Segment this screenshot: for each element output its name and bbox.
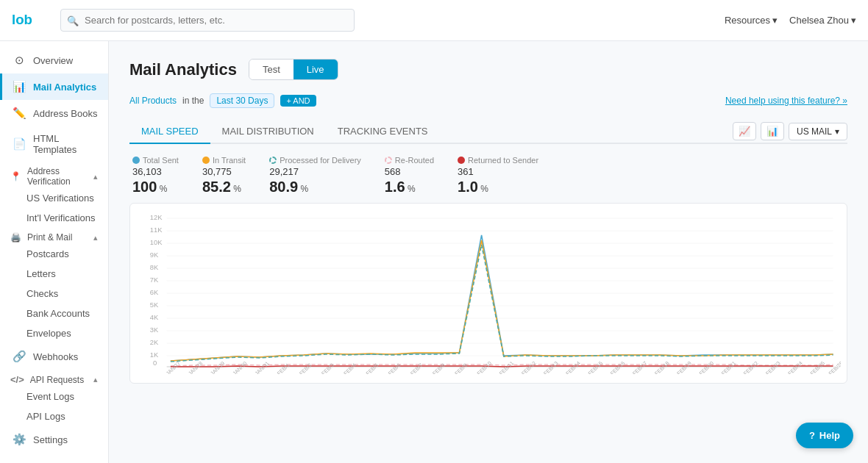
chart-icon: 📊 [13, 80, 26, 93]
returned-sender-count: 361 [458, 166, 538, 177]
svg-text:FEB/11: FEB/11 [498, 360, 515, 374]
lob-logo[interactable]: lob [12, 9, 49, 32]
layout: ⊙ Overview 📊 Mail Analytics ✏️ Address B… [0, 41, 868, 463]
svg-text:JAN/31: JAN/31 [254, 361, 271, 374]
tab-mail-speed[interactable]: MAIL SPEED [129, 120, 210, 144]
sidebar-item-mail-analytics[interactable]: 📊 Mail Analytics [0, 73, 108, 100]
svg-text:FEB/15: FEB/15 [587, 360, 604, 374]
resources-button[interactable]: Resources ▾ [725, 15, 778, 26]
svg-text:JAN/28: JAN/28 [188, 361, 204, 374]
date-range-filter[interactable]: Last 30 Days [210, 93, 274, 108]
svg-text:0: 0 [153, 359, 157, 367]
sidebar-item-address-books[interactable]: ✏️ Address Books [0, 100, 108, 126]
svg-text:10K: 10K [150, 239, 163, 246]
stat-re-routed: Re-Routed 568 1.6 % [385, 156, 434, 195]
sidebar-item-api-requests[interactable]: </> API Requests ▴ [0, 370, 108, 387]
test-toggle-button[interactable]: Test [249, 60, 294, 79]
in-transit-pct: 85.2 % [202, 179, 246, 195]
live-toggle-button[interactable]: Live [294, 60, 338, 79]
stats-row: Total Sent 36,103 100 % In Transit 30,77… [129, 156, 847, 195]
analytics-tabs: MAIL SPEED MAIL DISTRIBUTION TRACKING EV… [129, 120, 847, 144]
chevron-icon: ▴ [93, 172, 98, 182]
api-icon: </> [10, 374, 24, 385]
returned-sender-pct: 1.0 % [458, 179, 538, 195]
svg-text:FEB/26: FEB/26 [828, 360, 841, 374]
mail-type-filter[interactable]: US MAIL ▾ [789, 123, 847, 140]
sidebar-item-checks[interactable]: Checks [0, 284, 108, 304]
processed-delivery-count: 29,217 [269, 166, 361, 177]
topbar-right: Resources ▾ Chelsea Zhou ▾ [725, 15, 856, 26]
svg-text:FEB/19: FEB/19 [676, 360, 693, 374]
svg-text:4K: 4K [150, 314, 159, 321]
sidebar-item-webhooks[interactable]: 🔗 Webhooks [0, 343, 108, 370]
user-menu-button[interactable]: Chelsea Zhou ▾ [789, 15, 856, 26]
total-sent-count: 36,103 [132, 166, 179, 177]
sidebar-item-event-logs[interactable]: Event Logs [0, 387, 108, 406]
svg-text:7K: 7K [150, 276, 159, 284]
svg-text:11K: 11K [150, 226, 163, 234]
all-products-filter[interactable]: All Products [129, 96, 177, 106]
svg-text:12K: 12K [150, 214, 163, 221]
sidebar-item-intl-verifications[interactable]: Int'l Verifications [0, 208, 108, 228]
svg-text:JAN/29: JAN/29 [210, 361, 227, 374]
sidebar-item-settings[interactable]: ⚙️ Settings [0, 426, 108, 453]
processed-delivery-pct: 80.9 % [269, 179, 361, 195]
chevron-icon: ▴ [93, 233, 98, 243]
svg-text:FEB/16: FEB/16 [609, 360, 626, 374]
webhook-icon: 🔗 [13, 350, 26, 363]
search-bar: 🔍 [60, 9, 355, 32]
main-content: Mail Analytics Test Live All Products in… [109, 41, 868, 463]
sidebar-item-envelopes[interactable]: Envelopes [0, 323, 108, 343]
total-sent-dot [132, 157, 140, 164]
stat-processed-delivery: Processed for Delivery 29,217 80.9 % [269, 156, 361, 195]
tab-mail-distribution[interactable]: MAIL DISTRIBUTION [210, 120, 326, 144]
re-routed-pct: 1.6 % [385, 179, 434, 195]
page-title: Mail Analytics [129, 60, 237, 79]
bar-chart-button[interactable]: 📊 [761, 122, 784, 140]
line-chart: 12K 11K 10K 9K 8K 7K 6K 5K 4K 3K 2K 1K 0 [136, 212, 841, 374]
svg-text:lob: lob [12, 11, 32, 26]
svg-text:JAN/27: JAN/27 [165, 361, 182, 374]
chevron-down-icon: ▾ [772, 15, 778, 26]
filters-row: All Products in the Last 30 Days + AND N… [129, 93, 847, 108]
svg-text:FEB/13: FEB/13 [543, 360, 560, 374]
stat-total-sent: Total Sent 36,103 100 % [132, 156, 179, 195]
svg-text:FEB/24: FEB/24 [787, 360, 804, 374]
re-routed-count: 568 [385, 166, 434, 177]
settings-icon: ⚙️ [13, 433, 26, 446]
chevron-down-icon: ▾ [835, 126, 839, 137]
sidebar-item-print-mail[interactable]: 🖨️ Print & Mail ▴ [0, 228, 108, 244]
sidebar-item-us-verifications[interactable]: US Verifications [0, 188, 108, 208]
svg-text:6K: 6K [150, 289, 159, 296]
sidebar-item-address-verification[interactable]: 📍 Address Verification ▴ [0, 162, 108, 188]
svg-text:FEB/25: FEB/25 [809, 360, 826, 374]
topbar: lob 🔍 Resources ▾ Chelsea Zhou ▾ [0, 0, 868, 41]
sidebar: ⊙ Overview 📊 Mail Analytics ✏️ Address B… [0, 41, 109, 463]
line-chart-button[interactable]: 📈 [733, 122, 756, 140]
test-live-toggle: Test Live [249, 59, 338, 80]
add-filter-button[interactable]: + AND [280, 95, 316, 107]
tab-tracking-events[interactable]: TRACKING EVENTS [326, 120, 440, 144]
processed-delivery-dot [269, 157, 277, 164]
sidebar-item-letters[interactable]: Letters [0, 264, 108, 284]
in-transit-count: 30,775 [202, 166, 246, 177]
svg-text:FEB/21: FEB/21 [720, 360, 737, 374]
templates-icon: 📄 [13, 137, 26, 151]
location-icon: 📍 [10, 171, 21, 182]
sidebar-item-html-templates[interactable]: 📄 HTML Templates [0, 126, 108, 162]
svg-text:FEB/22: FEB/22 [743, 360, 760, 374]
in-transit-dot [202, 157, 210, 164]
sidebar-item-postcards[interactable]: Postcards [0, 244, 108, 264]
total-sent-line [171, 235, 833, 361]
help-fab-button[interactable]: ? Help [796, 423, 853, 448]
sidebar-item-overview[interactable]: ⊙ Overview [0, 47, 108, 73]
help-feature-link[interactable]: Need help using this feature? » [725, 96, 847, 106]
sidebar-item-bank-accounts[interactable]: Bank Accounts [0, 304, 108, 323]
main-header: Mail Analytics Test Live [129, 59, 847, 80]
svg-text:FEB/17: FEB/17 [632, 360, 649, 374]
search-input[interactable] [60, 9, 355, 32]
svg-text:FEB/20: FEB/20 [698, 360, 715, 374]
returned-sender-dot [458, 157, 465, 164]
sidebar-item-api-logs[interactable]: API Logs [0, 406, 108, 426]
filter-in-label: in the [182, 96, 204, 106]
